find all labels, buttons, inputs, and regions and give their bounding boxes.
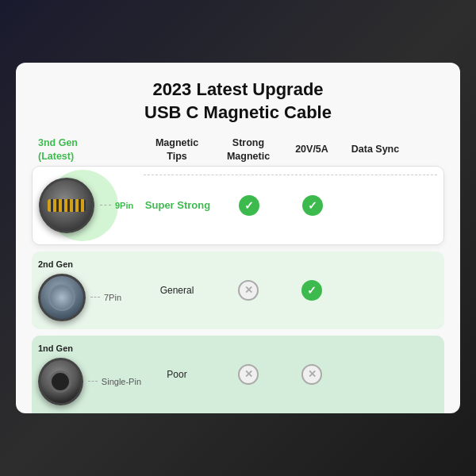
gen3-device-image <box>39 178 94 233</box>
gen3-power-icon: ✓ <box>213 195 285 216</box>
gen1-label: 1nd Gen <box>38 344 141 353</box>
header-tips: MagneticTips <box>141 136 213 163</box>
x-icon: ✕ <box>238 364 259 385</box>
gen1-magnetic-value: Poor <box>141 369 213 380</box>
gen2-sync-icon: ✓ <box>284 280 340 301</box>
dashed-connector <box>88 381 98 382</box>
header-power: 20V/5A <box>284 143 340 155</box>
gen1-power-icon: ✕ <box>213 364 284 385</box>
check-icon: ✓ <box>302 195 323 216</box>
gen2-device-cell: 2nd Gen 7Pin <box>38 259 141 321</box>
gen2-pin-label: 7Pin <box>104 293 121 302</box>
gen2-row: 2nd Gen 7Pin General ✕ ✓ <box>32 251 444 329</box>
gen3-row: 9Pin Super Strong ✓ ✓ <box>32 166 444 245</box>
gen3-magnetic-value: Super Strong <box>142 199 213 211</box>
gen1-row: 1nd Gen Single-Pin Poor ✕ ✕ <box>32 336 444 413</box>
check-icon: ✓ <box>239 195 259 216</box>
gen3-device-cell: 9Pin <box>39 178 142 233</box>
page-title: 2023 Latest Upgrade USB C Magnetic Cable <box>32 79 444 124</box>
gen2-device-image <box>38 274 86 321</box>
gen1-device-image <box>38 358 83 405</box>
gen2-label: 2nd Gen <box>38 259 141 269</box>
gen1-sync-icon: ✕ <box>284 364 340 385</box>
x-icon: ✕ <box>301 364 322 385</box>
header-gen: 3nd Gen(Latest) <box>38 136 141 163</box>
check-icon: ✓ <box>301 280 322 301</box>
gen2-magnetic-value: General <box>141 285 213 296</box>
header-sync: Data Sync <box>340 143 411 155</box>
gen1-device-cell: 1nd Gen Single-Pin <box>38 344 141 405</box>
product-card: 2023 Latest Upgrade USB C Magnetic Cable… <box>16 63 460 413</box>
x-icon: ✕ <box>238 280 259 301</box>
table-header: 3nd Gen(Latest) MagneticTips StrongMagne… <box>32 136 444 163</box>
divider <box>144 175 437 175</box>
gen3-pin-label: 9Pin <box>115 201 133 210</box>
header-magnetic: StrongMagnetic <box>213 136 284 163</box>
gen3-sync-icon: ✓ <box>285 195 340 216</box>
gen1-pin-label: Single-Pin <box>102 377 141 386</box>
dashed-connector <box>100 205 111 205</box>
gen2-power-icon: ✕ <box>213 280 284 301</box>
dashed-connector <box>90 297 100 298</box>
